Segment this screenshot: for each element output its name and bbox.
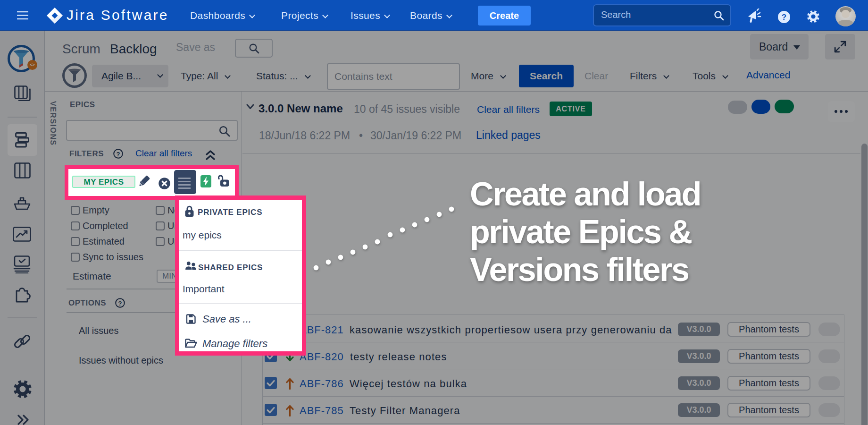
svg-text:?: ? (782, 13, 786, 22)
